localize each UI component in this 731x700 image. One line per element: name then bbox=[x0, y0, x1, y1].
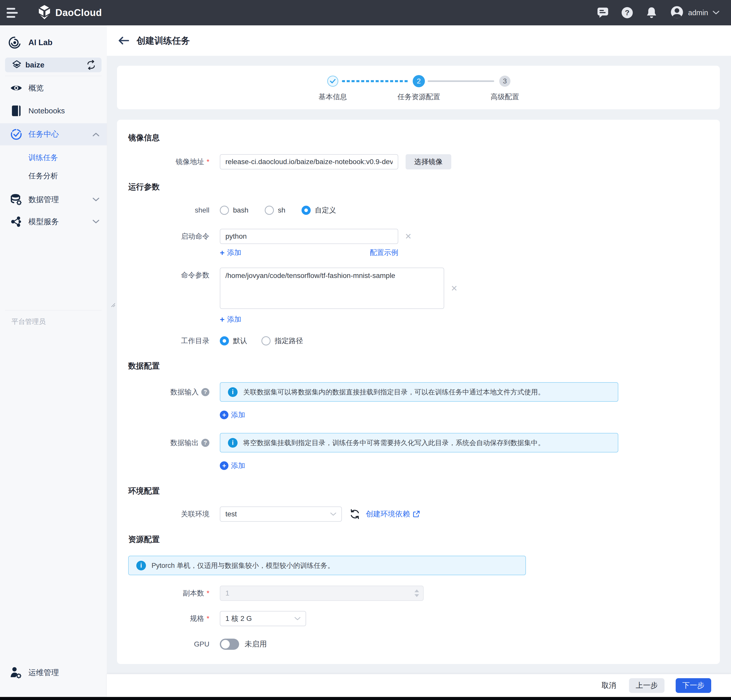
spec-label: 规格* bbox=[117, 614, 209, 624]
message-icon[interactable] bbox=[597, 7, 608, 18]
radio-selected-icon[interactable] bbox=[301, 206, 311, 215]
notebook-icon bbox=[10, 105, 22, 117]
sidebar-divider bbox=[5, 76, 101, 76]
step-number: 3 bbox=[499, 76, 511, 87]
add-args-link[interactable]: + 添加 bbox=[220, 315, 241, 324]
add-command-link[interactable]: + 添加 bbox=[220, 248, 241, 258]
bottom-strip bbox=[0, 697, 731, 700]
stepper-card: 基本信息 2 任务资源配置 3 高级配置 bbox=[117, 66, 720, 109]
sidebar-item-label: 数据管理 bbox=[28, 195, 59, 205]
workspace-name: baize bbox=[25, 61, 44, 69]
sidebar-item-label: 概览 bbox=[28, 83, 44, 93]
env-label: 关联环境 bbox=[117, 509, 209, 519]
sidebar-item-training-task[interactable]: 训练任务 bbox=[0, 149, 107, 167]
sidebar-product[interactable]: AI Lab bbox=[0, 36, 107, 49]
sidebar-item-label: Notebooks bbox=[28, 107, 65, 115]
help-icon[interactable]: ? bbox=[622, 7, 633, 18]
spec-select[interactable]: 1 核 2 G bbox=[220, 611, 306, 626]
eye-icon bbox=[10, 82, 22, 94]
workdir-option-default[interactable]: 默认 bbox=[220, 336, 247, 346]
config-example-link[interactable]: 配置示例 bbox=[370, 248, 398, 258]
command-args-textarea[interactable]: /home/jovyan/code/tensorflow/tf-fashion-… bbox=[220, 268, 444, 309]
clear-command-icon[interactable]: ✕ bbox=[405, 232, 412, 240]
ai-lab-icon bbox=[9, 37, 21, 49]
data-input-label: 数据输入 ? bbox=[117, 387, 209, 397]
sidebar-item-model-service[interactable]: 模型服务 bbox=[0, 210, 107, 233]
question-icon[interactable]: ? bbox=[201, 439, 209, 447]
stepper-up-icon[interactable] bbox=[414, 589, 419, 592]
footer-actions: 取消 上一步 下一步 bbox=[107, 674, 731, 697]
chevron-down-icon bbox=[330, 512, 336, 516]
workspace-selector[interactable]: baize bbox=[5, 57, 101, 72]
step-label: 任务资源配置 bbox=[398, 92, 440, 102]
shell-label: shell bbox=[117, 206, 209, 214]
stepper-connector-pending bbox=[428, 81, 494, 82]
circle-plus-icon: + bbox=[220, 411, 228, 419]
sidebar-item-task-center[interactable]: 任务中心 bbox=[0, 123, 107, 145]
radio-icon[interactable] bbox=[261, 336, 270, 346]
workdir-option-custom-path[interactable]: 指定路径 bbox=[261, 336, 303, 346]
section-title-run-params: 运行参数 bbox=[128, 182, 160, 192]
step-advanced: 3 bbox=[499, 76, 511, 87]
sidebar: AI Lab baize bbox=[0, 25, 107, 697]
circle-plus-icon: + bbox=[220, 461, 228, 470]
sidebar-item-label: 模型服务 bbox=[28, 217, 59, 227]
radio-icon[interactable] bbox=[220, 206, 229, 215]
next-step-button[interactable]: 下一步 bbox=[676, 678, 711, 693]
shell-option-sh[interactable]: sh bbox=[265, 206, 286, 215]
external-link-icon bbox=[412, 510, 420, 518]
user-menu[interactable]: admin bbox=[670, 6, 719, 20]
sidebar-item-data-management[interactable]: 数据管理 bbox=[0, 188, 107, 211]
role-label: 平台管理员 bbox=[12, 317, 46, 326]
sidebar-item-label: 任务中心 bbox=[28, 129, 59, 139]
avatar bbox=[670, 6, 684, 20]
sidebar-item-task-analysis[interactable]: 任务分析 bbox=[0, 167, 107, 185]
product-name: AI Lab bbox=[28, 38, 53, 47]
prev-step-button[interactable]: 上一步 bbox=[629, 678, 665, 693]
refresh-icon[interactable] bbox=[349, 509, 360, 520]
gpu-toggle[interactable] bbox=[220, 638, 239, 650]
daocloud-logo[interactable]: DaoCloud bbox=[38, 5, 102, 21]
username: admin bbox=[688, 9, 708, 17]
stepper-connector-done bbox=[342, 80, 409, 82]
cancel-button[interactable]: 取消 bbox=[600, 680, 618, 691]
page-header: 创建训练任务 bbox=[107, 25, 731, 56]
sidebar-item-overview[interactable]: 概览 bbox=[0, 76, 107, 100]
replicas-label: 副本数* bbox=[117, 589, 209, 598]
section-title-data-config: 数据配置 bbox=[128, 361, 160, 371]
start-command-label: 启动命令 bbox=[117, 231, 209, 241]
create-env-dependency-link[interactable]: 创建环境依赖 bbox=[366, 509, 420, 519]
radio-selected-icon[interactable] bbox=[220, 336, 229, 346]
info-icon: i bbox=[228, 438, 238, 448]
clear-args-icon[interactable]: ✕ bbox=[451, 284, 458, 293]
sidebar-item-notebooks[interactable]: Notebooks bbox=[0, 100, 107, 122]
menu-icon[interactable] bbox=[7, 5, 22, 20]
switch-workspace-icon[interactable] bbox=[86, 60, 96, 70]
resize-handle[interactable] bbox=[110, 302, 116, 308]
question-icon[interactable]: ? bbox=[201, 388, 209, 396]
select-image-button[interactable]: 选择镜像 bbox=[406, 154, 451, 170]
chevron-down-icon bbox=[294, 617, 301, 621]
database-icon bbox=[10, 193, 22, 206]
image-address-label: 镜像地址* bbox=[117, 157, 209, 167]
daocloud-logo-icon bbox=[38, 5, 51, 21]
notification-bell-icon[interactable] bbox=[646, 7, 657, 18]
brand-name: DaoCloud bbox=[55, 7, 102, 18]
form-card: 镜像信息 镜像地址* 选择镜像 运行参数 shell bash sh 自定义 启… bbox=[117, 120, 720, 664]
start-command-input[interactable] bbox=[220, 229, 398, 244]
back-arrow-icon[interactable] bbox=[118, 36, 129, 45]
add-data-output-link[interactable]: + 添加 bbox=[220, 461, 245, 470]
add-data-input-link[interactable]: + 添加 bbox=[220, 410, 245, 420]
step-basic-info bbox=[327, 76, 338, 87]
step-task-resource: 2 bbox=[413, 75, 425, 87]
image-address-input[interactable] bbox=[220, 154, 398, 170]
env-select[interactable]: test bbox=[220, 507, 342, 522]
replicas-input[interactable] bbox=[220, 586, 424, 601]
shell-option-bash[interactable]: bash bbox=[220, 206, 248, 215]
stepper-down-icon[interactable] bbox=[414, 594, 419, 597]
shell-option-custom[interactable]: 自定义 bbox=[301, 205, 336, 215]
sidebar-item-ops-management[interactable]: 运维管理 bbox=[0, 661, 107, 684]
chevron-down-icon bbox=[92, 220, 99, 224]
radio-icon[interactable] bbox=[265, 206, 274, 215]
section-title-resource-config: 资源配置 bbox=[128, 534, 160, 545]
